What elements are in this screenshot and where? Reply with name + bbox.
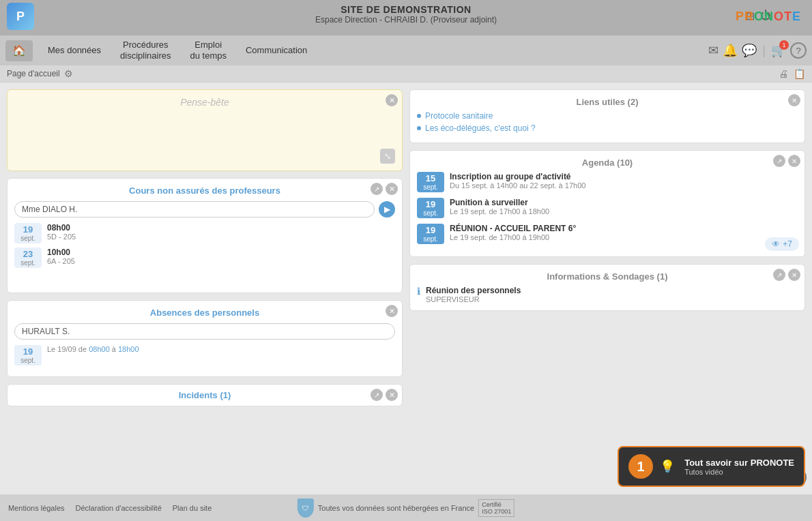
- notification-title: Tout savoir sur PRONOTE: [684, 458, 794, 468]
- breadcrumb-bar: Page d'accueil ⚙ 🖨 📋: [0, 65, 812, 83]
- cours-room-2: 6A - 205: [47, 257, 75, 265]
- export-icon[interactable]: 📋: [792, 67, 807, 80]
- info-item-1: ℹ Réunion des personnels SUPERVISEUR: [417, 286, 798, 303]
- agenda-day-2: 19: [421, 199, 440, 209]
- pensebete-close-btn[interactable]: ✕: [386, 94, 398, 106]
- info-event-title-1: Réunion des personnels: [426, 286, 521, 295]
- footer-mentions[interactable]: Mentions légales: [8, 504, 65, 512]
- agenda-month-1: sept.: [421, 183, 440, 191]
- help-icon[interactable]: ?: [790, 42, 807, 59]
- agenda-more-btn[interactable]: 👁 +7: [765, 237, 799, 251]
- agenda-close-btn[interactable]: ✕: [788, 155, 800, 167]
- pronote-logo: PRONOTE: [736, 10, 801, 24]
- bell-icon[interactable]: 🔔: [723, 43, 738, 58]
- bulb-icon: 💡: [660, 459, 675, 474]
- agenda-badge-1: 15 sept.: [417, 172, 444, 192]
- abs-person-select[interactable]: HURAULT S.: [14, 323, 395, 340]
- send-icon[interactable]: ✉: [708, 43, 719, 58]
- cours-info-1: 08h00 5D - 205: [47, 223, 76, 241]
- agenda-event-title-3: RÉUNION - ACCUEIL PARENT 6°: [450, 224, 576, 233]
- cours-title: Cours non assurés des professeurs: [14, 185, 395, 196]
- cours-teacher-select[interactable]: Mme DIALO H.: [14, 201, 375, 218]
- notification-badge: 1: [628, 454, 653, 479]
- agenda-expand-btn[interactable]: ↗: [773, 155, 785, 167]
- cours-day-1: 19: [18, 224, 38, 235]
- separator: |: [762, 44, 766, 58]
- agenda-event-title-2: Punition à surveiller: [450, 198, 549, 207]
- agenda-event-time-1: Du 15 sept. à 14h00 au 22 sept. à 17h00: [450, 181, 585, 190]
- lien-item-1: Protocole sanitaire: [417, 111, 798, 121]
- info-close-btn[interactable]: ✕: [788, 269, 800, 281]
- nav-right-icons: ✉ 🔔 💬 | 🛒 1 ?: [708, 42, 807, 59]
- agenda-badge-3: 19 sept.: [417, 224, 444, 244]
- cours-time-1: 08h00: [47, 223, 76, 233]
- agenda-month-2: sept.: [421, 209, 440, 217]
- abs-text-1: Le 19/09 de 08h00 à 18h00: [47, 345, 139, 353]
- agenda-event-2: Punition à surveiller Le 19 sept. de 17h…: [450, 198, 549, 215]
- liens-title: Liens utiles (2): [417, 97, 798, 107]
- liens-actions: ✕: [788, 94, 800, 106]
- eye-icon: 👁: [772, 239, 780, 249]
- cours-time-2: 10h00: [47, 248, 75, 257]
- abs-close-btn[interactable]: ✕: [386, 305, 398, 317]
- lien-link-1[interactable]: Protocole sanitaire: [425, 111, 493, 121]
- incidents-close-btn[interactable]: ✕: [386, 389, 398, 401]
- agenda-item-3: 19 sept. RÉUNION - ACCUEIL PARENT 6° Le …: [417, 224, 798, 244]
- agenda-actions: ↗ ✕: [773, 155, 800, 167]
- right-column: ✕ Liens utiles (2) Protocole sanitaire L…: [409, 89, 805, 488]
- cours-close-btn[interactable]: ✕: [386, 183, 398, 195]
- iso-certified: CertifiéISO 27001: [478, 499, 514, 517]
- left-column: Pense-bête ✕ ⤡ ✕ ↗ Cours non assurés des…: [7, 89, 403, 488]
- breadcrumb: Page d'accueil: [7, 69, 60, 78]
- agenda-event-time-2: Le 19 sept. de 17h00 à 18h00: [450, 207, 549, 215]
- agenda-event-title-1: Inscription au groupe d'activité: [450, 172, 585, 181]
- print-icon[interactable]: 🖨: [777, 67, 789, 80]
- cours-selector: Mme DIALO H. ▶: [14, 201, 395, 218]
- agenda-event-time-3: Le 19 sept. de 17h00 à 19h00: [450, 233, 576, 241]
- footer-accessibilite[interactable]: Déclaration d'accessibilité: [76, 504, 162, 512]
- pensebete-expand-btn[interactable]: ⤡: [380, 149, 395, 164]
- site-subtitle: Espace Direction - CHRAIBI D. (Proviseur…: [0, 15, 812, 25]
- liens-action-btn[interactable]: ✕: [788, 94, 800, 106]
- lien-dot-2: [417, 126, 421, 130]
- incidents-title: Incidents (1): [13, 390, 396, 400]
- abs-title: Absences des personnels: [14, 308, 395, 318]
- agenda-title: Agenda (10): [417, 158, 798, 168]
- cours-row-1: 19 sept. 08h00 5D - 205: [14, 223, 395, 243]
- info-expand-btn[interactable]: ↗: [773, 269, 785, 281]
- lien-link-2[interactable]: Les éco-délégués, c'est quoi ?: [425, 123, 536, 133]
- footer-center: 🛡 Toutes vos données sont hébergées en F…: [298, 498, 514, 518]
- main-content: Pense-bête ✕ ⤡ ✕ ↗ Cours non assurés des…: [0, 83, 812, 494]
- lien-item-2: Les éco-délégués, c'est quoi ?: [417, 123, 798, 133]
- liens-widget: ✕ Liens utiles (2) Protocole sanitaire L…: [409, 89, 805, 143]
- cours-day-2: 23: [18, 249, 38, 259]
- nav-procedures[interactable]: Procéduresdisciplinaires: [111, 35, 180, 65]
- agenda-day-1: 15: [421, 173, 440, 183]
- abs-month-1: sept.: [18, 357, 38, 364]
- info-actions: ↗ ✕: [773, 269, 800, 281]
- incidents-action-btn[interactable]: ↗: [371, 389, 383, 401]
- incidents-widget: ✕ ↗ Incidents (1): [7, 384, 403, 406]
- nav-emploi[interactable]: Emploidu temps: [180, 35, 235, 65]
- home-button[interactable]: 🏠: [5, 40, 33, 61]
- abs-selector: HURAULT S.: [14, 323, 395, 340]
- chat-icon[interactable]: 💬: [742, 43, 757, 58]
- notification-content: Tout savoir sur PRONOTE Tutos vidéo: [684, 458, 794, 476]
- cours-go-btn[interactable]: ▶: [379, 201, 395, 218]
- footer-plan[interactable]: Plan du site: [173, 504, 212, 512]
- notification-popup[interactable]: 1 💡 Tout savoir sur PRONOTE Tutos vidéo: [618, 446, 805, 487]
- app-logo: P: [7, 3, 34, 30]
- cours-room-1: 5D - 205: [47, 233, 76, 241]
- breadcrumb-settings[interactable]: ⚙: [64, 68, 73, 79]
- cours-month-2: sept.: [18, 259, 38, 267]
- absences-widget: ✕ Absences des personnels HURAULT S. 19 …: [7, 300, 403, 377]
- nav-communication[interactable]: Communication: [236, 35, 317, 65]
- agenda-event-3: RÉUNION - ACCUEIL PARENT 6° Le 19 sept. …: [450, 224, 576, 241]
- cours-action-btn[interactable]: ↗: [371, 183, 383, 195]
- nav-mes-donnees[interactable]: Mes données: [38, 35, 111, 65]
- agenda-month-3: sept.: [421, 235, 440, 243]
- cours-month-1: sept.: [18, 235, 38, 242]
- agenda-event-1: Inscription au groupe d'activité Du 15 s…: [450, 172, 585, 190]
- agenda-more-label: +7: [783, 239, 792, 249]
- cours-date-2: 23 sept.: [14, 248, 42, 268]
